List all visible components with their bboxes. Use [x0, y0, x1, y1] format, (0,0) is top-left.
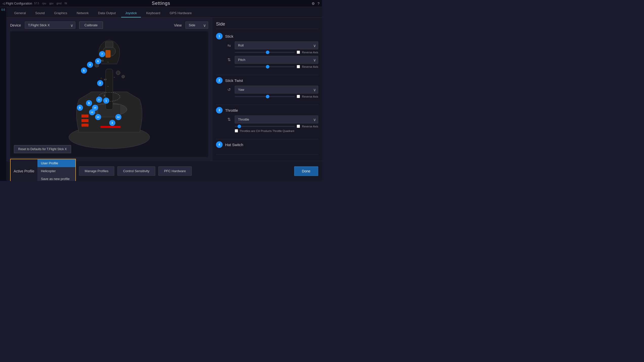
svg-rect-2 — [81, 119, 89, 122]
throttle-reverse-checkbox[interactable] — [297, 125, 300, 128]
tab-general[interactable]: General — [10, 9, 30, 17]
top-bar-left: ◁ Flight Configuration 57.5 cpu gpu grnd… — [3, 2, 67, 5]
tab-gps-hardware[interactable]: GPS Hardware — [166, 9, 196, 17]
ch-products-row: Throttles are CH Products Throttle Quadr… — [235, 129, 318, 132]
svg-point-20 — [122, 75, 125, 78]
done-button[interactable]: Done — [294, 166, 318, 176]
roll-slider-row: Reverse Axis — [225, 51, 318, 54]
profile-option-save-new[interactable]: Save as new profile — [37, 175, 75, 181]
badge-1[interactable]: 1 — [103, 98, 109, 104]
throttle-slider[interactable] — [235, 126, 295, 127]
profile-option-helicopter[interactable]: Helicopter — [37, 167, 75, 175]
axis-name-stick: Stick — [225, 34, 233, 38]
ch-products-label: Throttles are CH Products Throttle Quadr… — [240, 129, 294, 132]
throttle-slider-row: Reverse Axis — [225, 125, 318, 128]
tab-joystick[interactable]: Joystick — [121, 9, 141, 17]
axis-name-twist: Stick Twist — [225, 78, 243, 83]
pitch-select-wrapper[interactable]: RollPitchYawThrottleNone — [235, 56, 318, 64]
reset-defaults-button[interactable]: Reset to Defaults for T.Flight Stick X — [14, 145, 71, 153]
pitch-icon: ⇅ — [225, 56, 233, 64]
roll-select-wrapper[interactable]: RollPitchYawThrottleNone — [235, 41, 318, 49]
device-label: Device — [10, 23, 21, 27]
ch-products-checkbox[interactable] — [235, 129, 238, 132]
tab-data-output[interactable]: Data Output — [94, 9, 120, 17]
svg-rect-17 — [105, 42, 113, 47]
profile-dropdown: User Profile Helicopter Save as new prof… — [37, 159, 75, 181]
top-bar-right: ⚙ ? — [312, 2, 319, 6]
svg-text:z: z — [104, 94, 105, 97]
svg-text:⌂: ⌂ — [100, 76, 102, 80]
throttle-axis-row: ⇅ RollPitchYawThrottleNone — [225, 116, 318, 123]
divider-1 — [216, 75, 318, 75]
profile-option-user[interactable]: User Profile — [37, 159, 75, 167]
roll-reverse-label: Reverse Axis — [302, 51, 318, 54]
axis-section-throttle: 3 Throttle ⇅ RollPitchYawThrottleNone — [216, 107, 318, 132]
yaw-slider[interactable] — [235, 96, 295, 97]
axis-body-twist: ↺ RollPitchYawThrottleNone Reverse Axis — [216, 86, 318, 98]
calibrate-button[interactable]: Calibrate — [79, 21, 103, 29]
grnd-stat: grnd — [56, 2, 61, 5]
throttle-select[interactable]: RollPitchYawThrottleNone — [235, 116, 318, 123]
axis-num-3: 3 — [216, 107, 223, 114]
pitch-reverse-checkbox[interactable] — [297, 65, 300, 68]
bottom-bar: Active Profile User Profile Helicopter S… — [6, 161, 322, 181]
roll-slider[interactable] — [235, 52, 295, 53]
badge-3[interactable]: 3 — [109, 120, 115, 126]
badge-7[interactable]: 7 — [99, 51, 105, 57]
pitch-reverse-label: Reverse Axis — [302, 65, 318, 68]
view-select[interactable]: Side Top Front — [185, 21, 208, 29]
tab-graphics[interactable]: Graphics — [50, 9, 71, 17]
pitch-axis-row: ⇅ RollPitchYawThrottleNone — [225, 56, 318, 64]
yaw-icon: ↺ — [225, 86, 233, 94]
axis-body-stick: ⇆ RollPitchYawThrottleNone Reverse Axis — [216, 41, 318, 68]
view-select-wrapper[interactable]: Side Top Front — [185, 21, 208, 29]
sidebar-strip: 0.0 — [0, 7, 6, 181]
device-select-wrapper[interactable]: T.Flight Stick X — [25, 21, 75, 29]
badge-4[interactable]: 4 — [87, 62, 93, 68]
device-select[interactable]: T.Flight Stick X — [25, 21, 75, 29]
yaw-select-wrapper[interactable]: RollPitchYawThrottleNone — [235, 86, 318, 94]
nav-tabs: General Sound Graphics Network Data Outp… — [6, 7, 322, 18]
badge-5[interactable]: 5 — [81, 67, 87, 74]
right-panel: Side 1 Stick ⇆ RollPitchYawThrottleNone — [212, 18, 322, 161]
yaw-axis-row: ↺ RollPitchYawThrottleNone — [225, 86, 318, 94]
tab-sound[interactable]: Sound — [31, 9, 49, 17]
badge-11[interactable]: 11 — [96, 97, 102, 103]
svg-text:⌃: ⌃ — [113, 76, 116, 80]
roll-reverse-checkbox[interactable] — [297, 51, 300, 54]
control-sensitivity-button[interactable]: Control Sensitivity — [117, 166, 155, 176]
axis-body-throttle: ⇅ RollPitchYawThrottleNone Reverse Axis — [216, 116, 318, 132]
side-title: Side — [216, 21, 318, 29]
axis-name-hat: Hat Switch — [225, 143, 243, 147]
divider-4 — [216, 154, 318, 155]
tab-keyboard[interactable]: Keyboard — [142, 9, 164, 17]
manage-profiles-button[interactable]: Manage Profiles — [79, 166, 114, 176]
back-label: Flight Configuration — [6, 2, 32, 5]
svg-text:XY: XY — [104, 78, 107, 81]
pfc-hardware-button[interactable]: PFC Hardware — [158, 166, 192, 176]
yaw-select[interactable]: RollPitchYawThrottleNone — [235, 86, 318, 94]
joystick-background: z XY ⌃ ⌄ — [10, 31, 208, 157]
settings-icon[interactable]: ⚙ — [312, 2, 315, 6]
pitch-slider[interactable] — [235, 66, 295, 67]
badge-9[interactable]: 9 — [86, 100, 92, 106]
badge-12[interactable]: 12 — [89, 109, 95, 115]
badge-13[interactable]: 13 — [95, 114, 101, 120]
stats-bar: 57.5 cpu gpu grnd flit — [34, 2, 67, 5]
axis-header-stick: 1 Stick — [216, 33, 318, 39]
divider-2 — [216, 105, 318, 105]
yaw-reverse-checkbox[interactable] — [297, 95, 300, 98]
main-content: General Sound Graphics Network Data Outp… — [6, 7, 322, 181]
badge-14[interactable]: 14 — [115, 114, 121, 120]
back-button[interactable]: ◁ Flight Configuration — [3, 2, 32, 5]
help-icon[interactable]: ? — [317, 2, 319, 6]
tab-network[interactable]: Network — [73, 9, 93, 17]
axis-section-stick: 1 Stick ⇆ RollPitchYawThrottleNone — [216, 33, 318, 68]
throttle-select-wrapper[interactable]: RollPitchYawThrottleNone — [235, 116, 318, 123]
roll-select[interactable]: RollPitchYawThrottleNone — [235, 41, 318, 49]
throttle-reverse-label: Reverse Axis — [302, 125, 318, 128]
pitch-select[interactable]: RollPitchYawThrottleNone — [235, 56, 318, 64]
throttle-icon: ⇅ — [225, 116, 233, 123]
badge-2[interactable]: 2 — [97, 80, 103, 86]
svg-rect-3 — [81, 124, 89, 127]
